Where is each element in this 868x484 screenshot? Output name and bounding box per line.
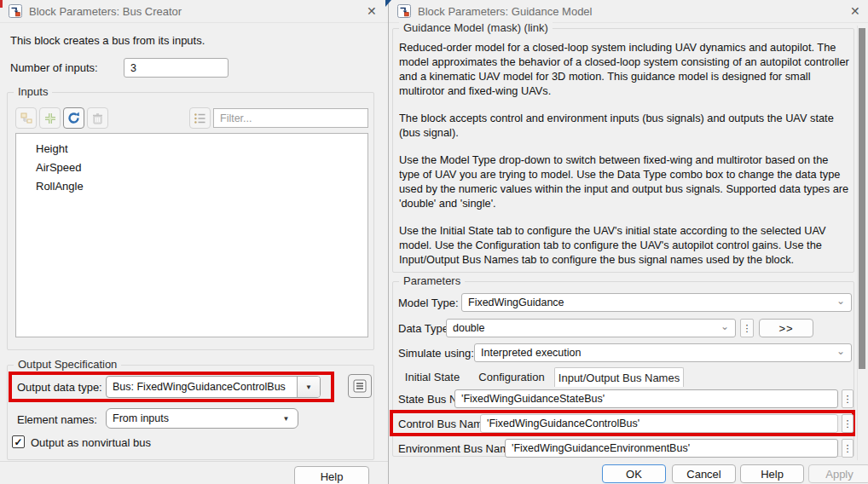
data-type-combo[interactable]: double ⌄ bbox=[446, 319, 736, 337]
data-type-options-button[interactable]: ⋮ bbox=[740, 319, 754, 337]
add-input-button[interactable] bbox=[39, 107, 61, 129]
control-bus-options-button[interactable]: ⋮ bbox=[842, 414, 854, 433]
refresh-button[interactable] bbox=[63, 107, 84, 129]
output-data-type-value: Bus: FixedWingGuidanceControlBus bbox=[107, 377, 297, 397]
environment-bus-name-value: 'FixedWingGuidanceEnvironmentBus' bbox=[512, 442, 690, 454]
bus-input-item[interactable]: AirSpeed bbox=[16, 158, 367, 176]
kebab-icon: ⋮ bbox=[843, 394, 853, 405]
number-of-inputs-field[interactable]: 3 bbox=[124, 58, 229, 78]
parameters-legend: Parameters bbox=[399, 274, 465, 287]
state-bus-options-button[interactable]: ⋮ bbox=[842, 389, 854, 408]
close-icon[interactable]: ✕ bbox=[850, 3, 860, 19]
footer-divider bbox=[0, 461, 388, 462]
simulink-block-icon bbox=[9, 4, 22, 18]
list-view-toggle-button[interactable] bbox=[189, 107, 211, 129]
data-type-assistant-button[interactable] bbox=[348, 374, 372, 398]
guidance-model-title: Block Parameters: Guidance Model bbox=[418, 5, 592, 18]
chevron-down-icon: ⌄ bbox=[720, 320, 729, 332]
trash-icon bbox=[91, 112, 104, 125]
filter-input[interactable] bbox=[213, 108, 368, 128]
mask-paragraph: Use the Model Type drop-down to switch b… bbox=[399, 153, 851, 210]
scrollbar[interactable] bbox=[857, 26, 866, 460]
element-names-combo[interactable]: From inputs ▼ bbox=[106, 408, 298, 429]
model-type-label: Model Type: bbox=[398, 297, 459, 309]
data-type-label: Data Type: bbox=[398, 322, 452, 335]
environment-bus-options-button[interactable]: ⋮ bbox=[842, 439, 854, 458]
dialog-bus-creator: Block Parameters: Bus Creator ✕ This blo… bbox=[0, 0, 388, 484]
desktop-stage: Block Parameters: Bus Creator ✕ This blo… bbox=[0, 0, 868, 484]
mask-description-text: Reduced-order model for a closed-loop sy… bbox=[399, 40, 851, 268]
dialog-guidance-model: Block Parameters: Guidance Model ✕ Guida… bbox=[388, 0, 868, 484]
simulate-using-label: Simulate using: bbox=[398, 347, 474, 360]
bus-input-item[interactable]: Height bbox=[16, 139, 367, 158]
guidance-model-titlebar: Block Parameters: Guidance Model bbox=[389, 0, 868, 23]
mask-paragraph: The block accepts control and environmen… bbox=[399, 111, 851, 140]
control-bus-name-field[interactable]: 'FixedWingGuidanceControlBus' bbox=[480, 414, 838, 433]
show-data-type-assistant-icon bbox=[353, 379, 367, 393]
state-bus-name-field[interactable]: 'FixedWingGuidanceStateBus' bbox=[454, 389, 838, 408]
tab-initial-state[interactable]: Initial State bbox=[396, 367, 469, 386]
model-type-combo[interactable]: FixedWingGuidance ⌄ bbox=[461, 293, 852, 312]
element-names-label: Element names: bbox=[17, 413, 97, 426]
expand-data-type-button[interactable]: >> bbox=[759, 319, 813, 337]
simulate-using-value: Interpreted execution bbox=[481, 347, 581, 359]
inputs-group-legend: Inputs bbox=[14, 85, 52, 98]
control-bus-name-value: 'FixedWingGuidanceControlBus' bbox=[487, 418, 639, 429]
kebab-icon: ⋮ bbox=[843, 443, 853, 454]
output-spec-legend: Output Specification bbox=[14, 358, 121, 371]
bus-creator-titlebar: Block Parameters: Bus Creator bbox=[0, 0, 388, 23]
canvas-red-artifact bbox=[0, 0, 3, 8]
bus-input-label: AirSpeed bbox=[36, 161, 81, 174]
kebab-icon: ⋮ bbox=[843, 418, 853, 429]
scrollbar-thumb[interactable] bbox=[859, 28, 865, 369]
number-of-inputs-label: Number of inputs: bbox=[10, 61, 98, 74]
plus-icon bbox=[43, 112, 57, 125]
tab-input-output-bus-names[interactable]: Input/Output Bus Names bbox=[554, 367, 684, 387]
bus-creator-title: Block Parameters: Bus Creator bbox=[29, 5, 182, 18]
ok-button[interactable]: OK bbox=[602, 464, 666, 483]
bus-input-label: Height bbox=[36, 142, 68, 155]
inputs-listbox[interactable]: Height AirSpeed RollAngle bbox=[15, 133, 368, 337]
element-names-value: From inputs bbox=[107, 409, 275, 428]
environment-bus-name-label: Environment Bus Name bbox=[398, 442, 515, 455]
output-data-type-label: Output data type: bbox=[17, 381, 102, 394]
mask-group-legend: Guidance Model (mask) (link) bbox=[399, 21, 553, 34]
bus-input-label: RollAngle bbox=[36, 180, 84, 193]
help-button[interactable]: Help bbox=[294, 466, 369, 484]
bus-creator-description: This block creates a bus from its inputs… bbox=[10, 34, 205, 47]
simulate-using-combo[interactable]: Interpreted execution ⌄ bbox=[474, 343, 852, 362]
help-button[interactable]: Help bbox=[740, 464, 804, 483]
data-type-value: double bbox=[453, 322, 485, 334]
control-bus-name-label: Control Bus Name bbox=[398, 418, 489, 430]
model-type-value: FixedWingGuidance bbox=[468, 297, 564, 308]
chevron-down-icon: ⌄ bbox=[836, 295, 845, 307]
apply-button[interactable]: Apply bbox=[808, 464, 868, 483]
state-bus-name-value: 'FixedWingGuidanceStateBus' bbox=[461, 393, 605, 405]
cancel-button[interactable]: Cancel bbox=[672, 464, 736, 483]
nonvirtual-bus-label: Output as nonvirtual bus bbox=[31, 436, 151, 449]
number-of-inputs-value: 3 bbox=[130, 62, 136, 74]
check-icon: ✓ bbox=[14, 437, 22, 447]
bus-hierarchy-icon bbox=[20, 112, 33, 125]
chevron-down-icon: ⌄ bbox=[836, 345, 845, 357]
delete-input-button[interactable] bbox=[87, 107, 108, 129]
kebab-icon: ⋮ bbox=[743, 323, 752, 334]
nonvirtual-bus-checkbox[interactable]: ✓ bbox=[12, 435, 25, 448]
output-data-type-combo[interactable]: Bus: FixedWingGuidanceControlBus ▼ bbox=[106, 376, 321, 398]
mask-paragraph: Reduced-order model for a closed-loop sy… bbox=[399, 40, 851, 98]
tab-configuration[interactable]: Configuration bbox=[471, 367, 553, 386]
bullet-list-icon bbox=[194, 112, 206, 124]
dropdown-arrow-icon[interactable]: ▼ bbox=[297, 377, 320, 397]
bus-input-item[interactable]: RollAngle bbox=[16, 176, 367, 195]
mask-paragraph: Use the Initial State tab to configure t… bbox=[399, 223, 851, 267]
dropdown-arrow-icon: ▼ bbox=[275, 409, 298, 428]
refresh-icon bbox=[67, 111, 81, 125]
close-icon[interactable]: ✕ bbox=[367, 3, 377, 19]
add-sub-bus-button[interactable] bbox=[15, 107, 37, 129]
simulink-block-icon bbox=[397, 4, 411, 18]
environment-bus-name-field[interactable]: 'FixedWingGuidanceEnvironmentBus' bbox=[505, 439, 838, 458]
canvas-blue-artifact bbox=[385, 0, 391, 7]
